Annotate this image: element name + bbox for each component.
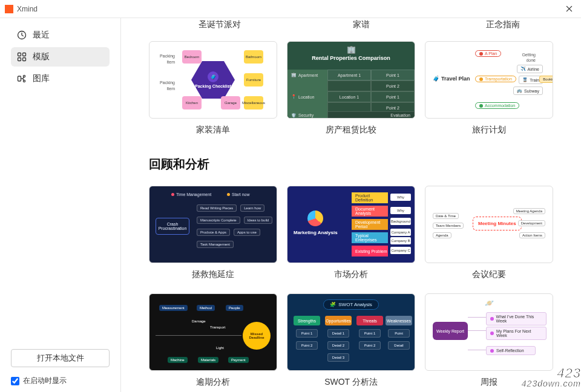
sidebar-item-templates[interactable]: 模版 — [11, 47, 110, 67]
sidebar-item-recent[interactable]: 最近 — [11, 25, 110, 45]
template-thumb: 🏢 Rental Properties Comparison 🏢Apartmen… — [287, 41, 415, 119]
template-card-crash-procrastination[interactable]: Time Management Start now Crash Procrast… — [149, 186, 277, 280]
template-label: 会议纪要 — [472, 269, 506, 280]
template-label: 圣诞节派对 — [149, 19, 290, 30]
template-label: 正念指南 — [432, 19, 574, 30]
svg-rect-2 — [23, 53, 26, 56]
building-icon: 🏢 Rental Properties Comparison — [287, 45, 415, 61]
template-label: 周报 — [481, 377, 497, 388]
template-card-meeting-minutes[interactable]: Meeting Minutes Date & Time Team Members… — [425, 186, 553, 280]
open-local-file-button[interactable]: 打开本地文件 — [11, 349, 110, 367]
titlebar: Xmind — [0, 0, 581, 18]
show-on-startup-checkbox[interactable] — [11, 377, 19, 385]
template-thumb: Marketing Analysis Product Definition Wh… — [287, 186, 415, 263]
prev-row-labels: 圣诞节派对 家谱 正念指南 — [149, 19, 575, 30]
sidebar: 最近 模版 图库 打开本地文件 在启动时显示 — [0, 18, 121, 392]
template-card-marketing-analysis[interactable]: Marketing Analysis Product Definition Wh… — [287, 186, 415, 280]
template-label: 房产租赁比较 — [326, 125, 376, 136]
template-thumb: 🧩SWOT Analysis Strengths Point 1 Point 2… — [287, 293, 415, 371]
template-card-rental-comparison[interactable]: 🏢 Rental Properties Comparison 🏢Apartmen… — [287, 41, 415, 136]
svg-rect-3 — [18, 58, 21, 61]
template-label: 逾期分析 — [196, 377, 230, 388]
pie-chart-icon: Marketing Analysis — [294, 211, 338, 235]
section-heading: 回顾和分析 — [149, 156, 564, 172]
template-thumb: 🧳 Packing Checklist Bedroom Bathroom Fur… — [149, 41, 277, 119]
template-label: 市场分析 — [334, 269, 368, 280]
close-button[interactable] — [557, 0, 581, 18]
template-card-swot-analysis[interactable]: 🧩SWOT Analysis Strengths Point 1 Point 2… — [287, 293, 415, 388]
template-card-missed-deadline[interactable]: Missed Deadline Measurement Method Peopl… — [149, 293, 277, 388]
template-thumb: 🪐 Weekly Report What I've Done This Week… — [425, 293, 553, 371]
analysis-icon: 🧩 — [330, 302, 336, 307]
show-on-startup-label: 在启动时显示 — [23, 376, 67, 386]
template-thumb: Meeting Minutes Date & Time Team Members… — [425, 186, 553, 263]
app-icon — [5, 5, 13, 13]
svg-rect-1 — [18, 53, 21, 56]
template-card-packing-checklist[interactable]: 🧳 Packing Checklist Bedroom Bathroom Fur… — [149, 41, 277, 136]
template-label: 旅行计划 — [472, 125, 506, 136]
sidebar-item-label: 图库 — [33, 73, 50, 84]
template-thumb: 🧳Travel Plan A Plan Transportation Accom… — [425, 41, 553, 119]
grid-icon — [17, 52, 27, 62]
template-thumb: Missed Deadline Measurement Method Peopl… — [149, 293, 277, 371]
main-content[interactable]: 圣诞节派对 家谱 正念指南 🧳 Packing Checklist Bedroo… — [121, 18, 581, 392]
template-label: 拯救拖延症 — [192, 269, 234, 280]
template-thumb: Time Management Start now Crash Procrast… — [149, 186, 277, 263]
sidebar-item-label: 最近 — [33, 30, 50, 41]
template-card-travel-plan[interactable]: 🧳Travel Plan A Plan Transportation Accom… — [425, 41, 553, 136]
svg-rect-4 — [23, 58, 26, 61]
sidebar-item-library[interactable]: 图库 — [11, 69, 110, 88]
planet-icon: 🪐 — [425, 299, 553, 307]
mindmap-icon — [17, 74, 27, 83]
clock-icon — [17, 30, 27, 40]
template-label: SWOT 分析法 — [324, 377, 378, 388]
app-title: Xmind — [17, 5, 38, 13]
template-card-weekly-report[interactable]: 🪐 Weekly Report What I've Done This Week… — [425, 293, 553, 388]
template-label: 家装清单 — [196, 125, 230, 136]
svg-rect-5 — [18, 76, 21, 81]
show-on-startup-option[interactable]: 在启动时显示 — [11, 376, 110, 386]
close-icon — [566, 5, 573, 12]
sidebar-item-label: 模版 — [33, 51, 50, 62]
template-label: 家谱 — [290, 19, 432, 30]
hexagon-icon: 🧳 Packing Checklist — [191, 61, 235, 99]
